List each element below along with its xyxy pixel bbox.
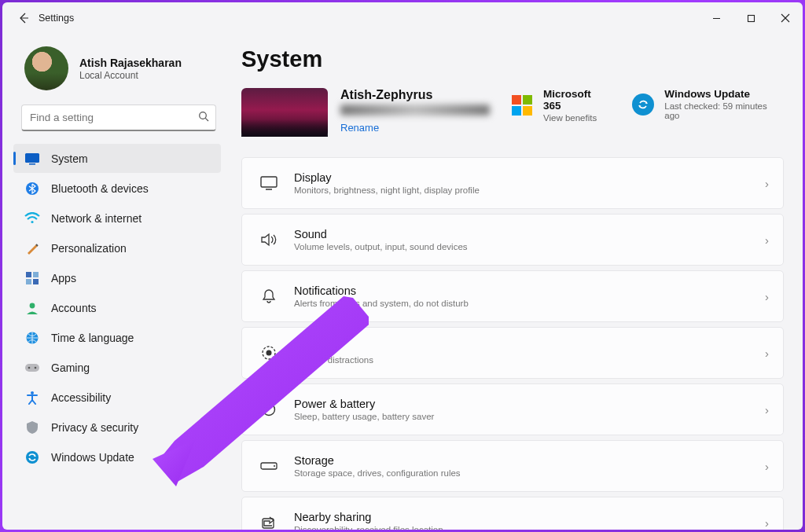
sidebar-item-accounts[interactable]: Accounts — [13, 293, 221, 322]
nav-list: System Bluetooth & devices Network & int… — [2, 142, 229, 472]
brush-icon — [24, 240, 40, 256]
svg-rect-7 — [29, 163, 35, 165]
title-bar: Settings — [2, 2, 803, 34]
nav-label: System — [51, 152, 88, 165]
card-power[interactable]: Power & batterySleep, battery usage, bat… — [241, 383, 784, 435]
nav-label: Personalization — [51, 242, 127, 255]
nav-label: Gaming — [51, 361, 90, 374]
microsoft-logo-icon — [510, 94, 534, 117]
person-icon — [24, 300, 40, 316]
svg-point-4 — [200, 112, 207, 119]
chevron-right-icon: › — [765, 460, 769, 473]
profile-block[interactable]: Atish Rajasekharan Local Account — [2, 34, 229, 105]
rename-link[interactable]: Rename — [340, 122, 379, 134]
tile-microsoft-365[interactable]: Microsoft 365 View benefits — [510, 88, 608, 123]
focus-icon — [259, 343, 278, 362]
storage-icon — [259, 457, 278, 475]
settings-window: Settings Atish Rajasekharan Local Accoun… — [2, 2, 803, 530]
tile-windows-update[interactable]: Windows Update Last checked: 59 minutes … — [631, 88, 779, 120]
svg-rect-1 — [748, 15, 754, 21]
chevron-right-icon: › — [765, 233, 769, 247]
svg-point-9 — [31, 220, 33, 222]
device-model-blurred — [340, 105, 490, 116]
system-icon — [24, 151, 40, 167]
card-sub: Volume levels, output, input, sound devi… — [294, 242, 468, 251]
nav-label: Network & internet — [51, 212, 142, 225]
main-panel: System Atish-Zephyrus Rename — [230, 34, 803, 530]
desktop-preview[interactable] — [241, 88, 328, 137]
bluetooth-icon — [24, 181, 40, 196]
tile-title: Windows Update — [664, 88, 779, 100]
sidebar-item-system[interactable]: System — [13, 144, 221, 173]
device-header: Atish-Zephyrus Rename Microsoft 365 View… — [241, 88, 784, 137]
card-sub: Alerts from apps and system, do not dist… — [294, 299, 469, 308]
card-display[interactable]: DisplayMonitors, brightness, night light… — [241, 157, 784, 209]
bell-icon — [259, 287, 278, 306]
chevron-right-icon: › — [765, 290, 769, 303]
svg-rect-13 — [33, 279, 39, 284]
chevron-right-icon: › — [765, 177, 769, 190]
nav-label: Accessibility — [51, 391, 111, 404]
sidebar-item-bluetooth[interactable]: Bluetooth & devices — [13, 174, 221, 203]
svg-point-14 — [30, 303, 35, 308]
sidebar: Atish Rajasekharan Local Account System — [2, 34, 230, 530]
sidebar-item-windows-update[interactable]: Windows Update — [13, 442, 221, 471]
svg-rect-6 — [25, 153, 39, 163]
card-title: Focus — [294, 341, 373, 354]
sidebar-item-personalization[interactable]: Personalization — [13, 233, 221, 262]
nav-label: Bluetooth & devices — [51, 182, 149, 195]
sync-icon — [24, 449, 40, 465]
globe-clock-icon — [24, 330, 40, 346]
svg-point-28 — [274, 465, 275, 467]
nav-label: Apps — [51, 272, 76, 284]
card-sub: Storage space, drives, configuration rul… — [294, 468, 461, 478]
minimize-button[interactable] — [699, 6, 733, 30]
svg-point-17 — [28, 366, 31, 369]
card-title: Nearby sharing — [294, 511, 443, 523]
sidebar-item-privacy[interactable]: Privacy & security — [13, 413, 221, 442]
accessibility-icon — [24, 390, 40, 405]
search-field[interactable] — [30, 112, 198, 123]
svg-rect-21 — [261, 177, 277, 187]
search-icon — [198, 111, 209, 124]
tile-sub: View benefits — [543, 113, 608, 123]
svg-line-5 — [205, 118, 208, 121]
sidebar-item-gaming[interactable]: Gaming — [13, 353, 221, 382]
sidebar-item-apps[interactable]: Apps — [13, 263, 221, 292]
card-sub: Discoverability, received files location — [294, 525, 443, 530]
window-controls — [699, 6, 803, 30]
svg-rect-16 — [25, 364, 39, 372]
sidebar-item-accessibility[interactable]: Accessibility — [13, 383, 221, 412]
svg-point-18 — [35, 366, 37, 369]
card-sub: Monitors, brightness, night light, displ… — [294, 185, 480, 195]
maximize-button[interactable] — [733, 6, 768, 30]
search-input[interactable] — [21, 105, 216, 131]
card-focus[interactable]: FocusReduce distractions › — [241, 327, 784, 379]
card-storage[interactable]: StorageStorage space, drives, configurat… — [241, 440, 784, 492]
back-button[interactable] — [12, 6, 35, 30]
chevron-right-icon: › — [765, 516, 769, 530]
svg-rect-12 — [26, 279, 31, 284]
svg-point-20 — [26, 451, 39, 464]
nav-label: Windows Update — [51, 451, 134, 464]
svg-rect-10 — [26, 272, 31, 277]
nav-label: Accounts — [51, 302, 97, 314]
card-sub: Reduce distractions — [294, 355, 373, 365]
sidebar-item-network[interactable]: Network & internet — [13, 204, 221, 233]
card-nearby[interactable]: Nearby sharingDiscoverability, received … — [241, 497, 784, 530]
shield-icon — [24, 420, 40, 435]
profile-name: Atish Rajasekharan — [79, 57, 182, 69]
card-title: Power & battery — [294, 398, 434, 410]
card-sound[interactable]: SoundVolume levels, output, input, sound… — [241, 214, 784, 266]
sidebar-item-time[interactable]: Time & language — [13, 323, 221, 352]
card-notifications[interactable]: NotificationsAlerts from apps and system… — [241, 270, 784, 322]
card-title: Notifications — [294, 284, 469, 297]
share-icon — [259, 513, 278, 530]
nav-label: Time & language — [51, 332, 134, 344]
svg-point-24 — [266, 350, 272, 356]
svg-point-19 — [31, 391, 34, 394]
close-button[interactable] — [768, 6, 803, 30]
profile-sub: Local Account — [79, 70, 182, 81]
card-title: Display — [294, 171, 480, 184]
main-scroll[interactable]: Atish-Zephyrus Rename Microsoft 365 View… — [241, 88, 803, 530]
